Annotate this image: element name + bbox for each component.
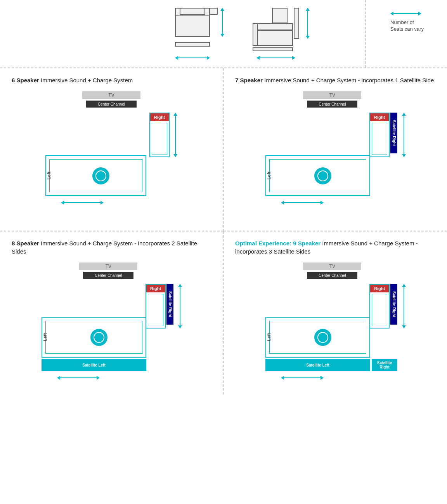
- sofa-diagram-2: [249, 8, 303, 60]
- v-arrow-6: [173, 113, 178, 157]
- arrow-down-icon: [220, 34, 224, 37]
- satellite-right-9: Satellite Right: [390, 284, 397, 325]
- tv-bar-8: TV: [79, 262, 137, 270]
- right-label-7: Right: [370, 113, 389, 121]
- tv-bar-9: TV: [303, 262, 361, 270]
- left-label-6: Left: [45, 155, 52, 196]
- panel-7-title: 7 Speaker Immersive Sound + Charge Syste…: [235, 76, 435, 84]
- arrow-up-icon: [220, 8, 224, 11]
- legend-text: Number of Seats can vary: [390, 19, 424, 33]
- sofa-area-9: [265, 317, 370, 358]
- arrow-up-icon: [306, 8, 310, 11]
- panel-8-title: 8 Speaker Immersive Sound + Charge Syste…: [12, 239, 211, 255]
- tv-bar-6: TV: [82, 91, 140, 99]
- satellite-right-8: Satellite Right: [166, 284, 173, 325]
- sofa-area-8: [42, 317, 146, 358]
- tv-bar-7: TV: [303, 91, 361, 99]
- right-speaker-7: Right: [369, 113, 390, 157]
- arrow-left-icon: [256, 56, 260, 60]
- four-panels: 6 Speaker Immersive Sound + Charge Syste…: [0, 68, 447, 395]
- panel-7-speaker: 7 Speaker Immersive Sound + Charge Syste…: [224, 68, 447, 231]
- top-legend: Number of Seats can vary: [390, 12, 424, 33]
- panel-6-title: 6 Speaker Immersive Sound + Charge Syste…: [12, 76, 211, 84]
- right-speaker-8: Right: [146, 284, 166, 328]
- arrow-left-icon: [390, 12, 393, 16]
- sofa-diagram-1: [167, 8, 218, 60]
- diagram-8: TV Center Channel Right Satellite Right: [38, 262, 185, 383]
- center-channel-8: Center Channel: [83, 272, 133, 279]
- h-arrow-8: [57, 376, 100, 380]
- h-arrow-2: [256, 56, 295, 60]
- panel-6-speaker: 6 Speaker Immersive Sound + Charge Syste…: [0, 68, 224, 231]
- diagram-6: TV Center Channel Right: [42, 91, 181, 208]
- satellite-right-7: Satellite Right: [390, 113, 397, 153]
- panel-9-speaker: Optimal Experience: 9 Speaker Immersive …: [224, 231, 447, 395]
- satellite-right-bottom-9: Satellite Right: [372, 359, 397, 371]
- center-channel-9: Center Channel: [307, 272, 357, 279]
- legend-arrow: [390, 12, 421, 16]
- top-section: Number of Seats can vary: [0, 0, 447, 68]
- diagram-9: TV Center Channel Right Satellite Right: [262, 262, 409, 383]
- right-label-6: Right: [150, 113, 169, 121]
- subwoofer-9: [314, 329, 331, 346]
- arrow-right-icon: [418, 12, 421, 16]
- h-arrow-7: [281, 201, 324, 205]
- subwoofer-8: [90, 329, 107, 346]
- right-label-8: Right: [146, 285, 165, 292]
- v-arrow-9: [401, 284, 407, 328]
- h-arrow-1: [175, 56, 210, 60]
- right-label-9: Right: [370, 285, 389, 292]
- right-speaker-9: Right: [369, 284, 390, 328]
- left-label-8: Left: [42, 317, 49, 358]
- h-arrow-6: [61, 201, 104, 205]
- sofa-diagrams-group: [167, 8, 303, 60]
- left-label-7: Left: [265, 155, 272, 196]
- panel-9-title: Optimal Experience: 9 Speaker Immersive …: [235, 239, 435, 255]
- arrow-down-icon: [306, 36, 310, 39]
- right-speaker-6: Right: [149, 113, 170, 157]
- page: Number of Seats can vary 6 Speaker Immer…: [0, 0, 447, 504]
- h-arrow-9: [281, 376, 324, 380]
- arrow-right-icon: [207, 56, 210, 60]
- subwoofer-6: [92, 167, 109, 184]
- v-arrow-7: [401, 113, 407, 157]
- satellite-left-9: Satellite Left: [265, 359, 370, 371]
- satellite-left-8: Satellite Left: [42, 359, 146, 371]
- center-channel-7: Center Channel: [307, 101, 357, 108]
- left-label-9: Left: [265, 317, 272, 358]
- v-arrow-8: [177, 284, 183, 328]
- arrow-right-icon: [292, 56, 295, 60]
- panel-8-speaker: 8 Speaker Immersive Sound + Charge Syste…: [0, 231, 224, 395]
- top-divider: [365, 0, 366, 68]
- subwoofer-7: [314, 167, 331, 184]
- center-channel-6: Center Channel: [86, 101, 137, 108]
- sofa-area-7: [265, 155, 370, 196]
- diagram-7: TV Center Channel Right Satellite Right: [262, 91, 409, 208]
- sofa-area-6: [45, 155, 146, 196]
- arrow-left-icon: [175, 56, 178, 60]
